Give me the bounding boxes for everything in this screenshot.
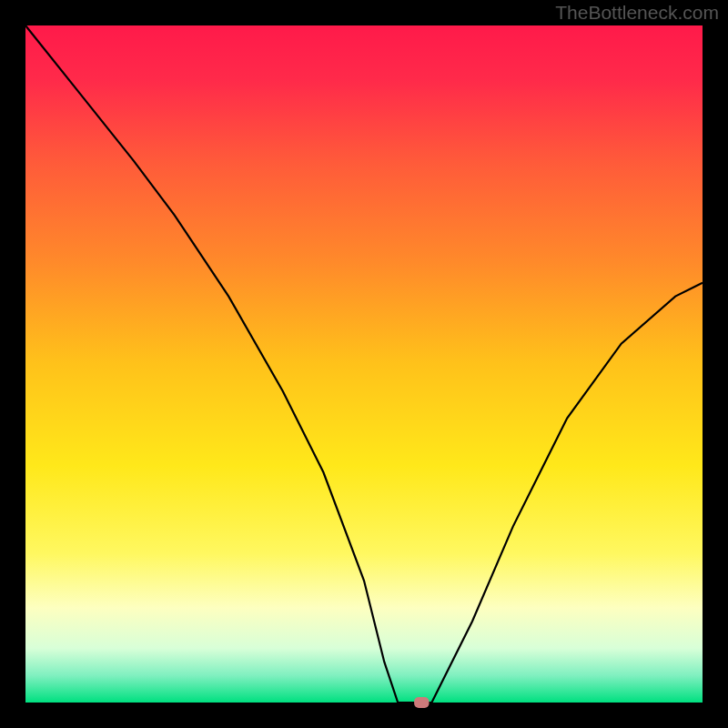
plot-area: [25, 25, 703, 703]
optimal-point-marker: [414, 697, 429, 708]
bottleneck-chart: TheBottleneck.com: [0, 0, 728, 728]
chart-canvas: [0, 0, 728, 728]
watermark-text: TheBottleneck.com: [555, 2, 719, 24]
